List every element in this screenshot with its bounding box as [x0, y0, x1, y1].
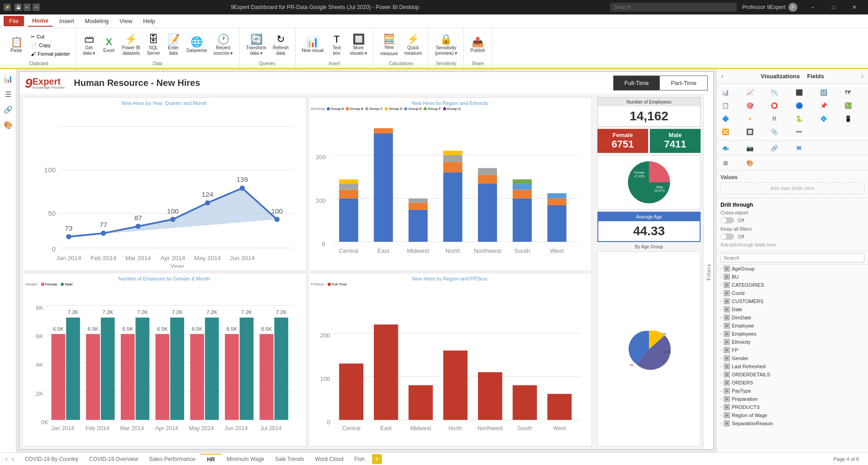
values-placeholder[interactable]: Add data fields here [720, 182, 864, 194]
viz-map-icon[interactable]: 🗺 [842, 86, 854, 98]
viz-funnel-icon[interactable]: 💹 [842, 100, 854, 111]
enter-data-button[interactable]: 📝 Enterdata [164, 33, 183, 58]
viz-bar-icon[interactable]: 📊 [720, 86, 731, 98]
field-SeparationReason[interactable]: ›≡SeparationReason [717, 419, 868, 427]
tab-sales-perf[interactable]: Sales Performance [143, 454, 200, 464]
tab-min-wage[interactable]: Minimum Wage [221, 454, 270, 464]
format-painter-button[interactable]: 🖌 Format painter [29, 50, 72, 57]
tab-hr[interactable]: HR [200, 454, 221, 465]
viz-fish-icon[interactable]: 🐟 [720, 142, 731, 154]
viz-waterfall-icon[interactable]: 🔀 [720, 126, 731, 138]
redo-icon[interactable]: ↪ [33, 4, 40, 11]
viz-table-icon[interactable]: 📋 [720, 100, 731, 111]
report-view-icon[interactable]: 📊 [2, 72, 14, 85]
viz-r-icon[interactable]: R [768, 113, 780, 124]
model-view-icon[interactable]: 🔗 [2, 103, 14, 116]
viz-grid2-icon[interactable]: ⊞ [720, 157, 731, 169]
field-PRODUCTS[interactable]: ›≡PRODUCTS [717, 403, 868, 411]
field-PayType[interactable]: ›≡PayType [717, 387, 868, 395]
viz-gauge-icon[interactable]: 🔸 [744, 113, 756, 124]
dax-icon[interactable]: 🎨 [2, 119, 14, 131]
field-DimDate[interactable]: ›≡DimDate [717, 313, 868, 322]
menu-modeling[interactable]: Modeling [81, 16, 114, 26]
minimize-button[interactable]: − [803, 0, 823, 14]
viz-camera-icon[interactable]: 📷 [744, 142, 756, 154]
more-visuals-button[interactable]: 🔲 Morevisuals ▾ [347, 33, 370, 58]
viz-image-icon[interactable]: 📎 [768, 126, 780, 138]
viz-paint-icon[interactable]: 🎨 [744, 157, 756, 169]
tab-covid-overview[interactable]: COVID-19 Overview [84, 454, 144, 464]
publish-button[interactable]: 📤 Publish [467, 35, 488, 55]
viz-shape-icon[interactable]: 🔲 [744, 126, 756, 138]
viz-slicer-icon[interactable]: 📌 [818, 100, 830, 111]
file-menu[interactable]: File [4, 16, 24, 26]
tab-covid-country[interactable]: COVID-19 By Country [19, 454, 84, 464]
part-time-toggle[interactable]: Part-Time [659, 76, 708, 90]
viz-treemap-icon[interactable]: 🔷 [720, 113, 731, 124]
menu-home[interactable]: Home [28, 15, 53, 27]
field-AgeGroup[interactable]: ›≡AgeGroup [717, 265, 868, 273]
field-ORDERDETAILS[interactable]: ›≡ORDERDETAILS [717, 370, 868, 379]
transform-data-button[interactable]: 🔄 Transformdata ▾ [243, 33, 269, 58]
fields-search-input[interactable] [720, 253, 864, 262]
undo-icon[interactable]: ↩ [24, 4, 31, 11]
drill-placeholder[interactable]: Add drill-through fields here [720, 242, 864, 247]
viz-decomp-icon[interactable]: 💠 [818, 113, 830, 124]
copy-button[interactable]: 📄 Copy [29, 42, 72, 49]
menu-view[interactable]: View [115, 16, 137, 26]
field-RegionOfWage[interactable]: ›≡Region of Wage [717, 411, 868, 419]
tab-word-cloud[interactable]: Word Cloud [310, 454, 349, 464]
panel-forward-arrow[interactable]: › [861, 72, 863, 80]
keep-filters-toggle[interactable] [720, 233, 734, 240]
viz-network-icon[interactable]: 🔗 [768, 142, 780, 154]
prev-page-arrow[interactable]: ‹ [4, 455, 9, 463]
field-CATEGORIES[interactable]: ›≡CATEGORIES [717, 281, 868, 289]
viz-line-icon[interactable]: 📈 [744, 86, 756, 98]
close-button[interactable]: ✕ [844, 0, 864, 14]
fields-tab[interactable]: Fields [807, 73, 824, 80]
menu-help[interactable]: Help [138, 16, 160, 26]
title-search-input[interactable] [610, 3, 737, 12]
panel-back-arrow[interactable]: ‹ [721, 72, 724, 80]
field-CUSTOMERS[interactable]: ›≡CUSTOMERS [717, 297, 868, 305]
viz-card-icon[interactable]: ⭕ [768, 100, 780, 111]
add-page-button[interactable]: + [372, 454, 382, 464]
maximize-button[interactable]: □ [824, 0, 844, 14]
field-Date[interactable]: ›≡Date [717, 305, 868, 313]
tab-sale-trends[interactable]: Sale Trends [270, 454, 310, 464]
dataverse-button[interactable]: 🌐 Dataverse [184, 35, 210, 55]
field-BU[interactable]: ›≡BU [717, 273, 868, 281]
viz-w-icon[interactable]: W [793, 142, 805, 154]
next-page-arrow[interactable]: › [10, 455, 15, 463]
menu-insert[interactable]: Insert [55, 16, 79, 26]
viz-matrix-icon[interactable]: 🎯 [744, 100, 756, 111]
field-Employee[interactable]: ›≡Employee [717, 322, 868, 330]
cut-button[interactable]: ✂ Cut [29, 33, 72, 41]
full-time-toggle[interactable]: Full-Time [613, 76, 660, 90]
field-Employees[interactable]: ›≡Employees [717, 330, 868, 338]
viz-pie-icon[interactable]: 🔢 [818, 86, 830, 98]
viz-area-icon[interactable]: 📉 [768, 86, 780, 98]
new-visual-button[interactable]: 📊 New visual [299, 35, 326, 55]
tab-fish[interactable]: Fish [349, 454, 370, 464]
field-Preparation[interactable]: ›≡Preparation [717, 395, 868, 403]
viz-kpi-icon[interactable]: 🔵 [793, 100, 805, 111]
get-data-button[interactable]: 🗃 Getdata ▾ [80, 33, 99, 58]
field-LastRefreshed[interactable]: ›≡Last Refreshed [717, 362, 868, 370]
refresh-button[interactable]: ↻ Refreshdata [270, 33, 291, 58]
sensitivity-button[interactable]: 🔒 Sensitivity(preview) ▾ [432, 33, 460, 58]
viz-more-icon[interactable]: ••• [793, 126, 805, 138]
field-ORDERS[interactable]: ›≡ORDERS [717, 379, 868, 387]
visualizations-tab[interactable]: Visualizations [761, 73, 800, 80]
text-box-button[interactable]: T Textbox [327, 33, 346, 58]
quick-measure-button[interactable]: ⚡ Quickmeasure [401, 33, 424, 58]
field-Covid[interactable]: ›≡Covid [717, 289, 868, 297]
viz-qna-icon[interactable]: 📱 [842, 113, 854, 124]
viz-python-icon[interactable]: 🐍 [793, 113, 805, 124]
power-bi-datasets-button[interactable]: ⚡ Power BIdatasets [119, 33, 143, 58]
field-Gender[interactable]: ›≡Gender [717, 354, 868, 362]
cross-report-toggle[interactable] [720, 217, 734, 223]
new-measure-button[interactable]: 🧮 New measure [377, 32, 401, 58]
sql-server-button[interactable]: 🗄 SQLServer [144, 33, 163, 58]
field-FP[interactable]: ›≡FP [717, 346, 868, 354]
